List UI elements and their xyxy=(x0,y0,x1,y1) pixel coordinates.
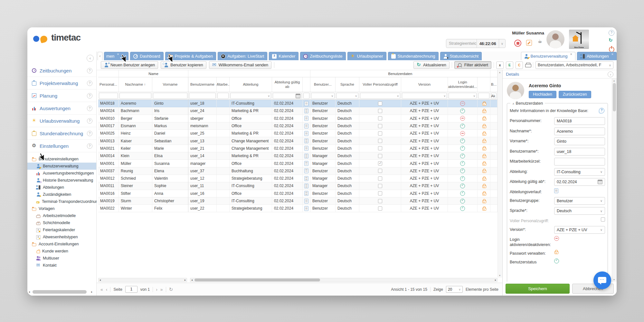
details-scrollbar[interactable]: ▴ ▾ xyxy=(612,79,617,282)
sidebar-collapse-button[interactable]: ‹ xyxy=(87,55,94,62)
help-icon[interactable]: ? xyxy=(87,118,92,124)
sidebar-item-projektverwaltung[interactable]: Projektverwaltung? xyxy=(27,77,96,90)
export-excel-icon[interactable]: x xyxy=(496,62,504,69)
close-icon[interactable]: × xyxy=(570,52,572,56)
column-header-sprache[interactable]: Sprache xyxy=(336,77,359,92)
full-access-checkbox[interactable] xyxy=(378,191,382,195)
tab-kalender[interactable]: Kalender xyxy=(269,52,298,60)
help-icon[interactable]: ? xyxy=(87,80,92,86)
tab-aufgaben-livestart[interactable]: Aufgaben: LiveStart xyxy=(218,52,267,60)
knowledge-base-help-icon[interactable]: ? xyxy=(599,108,604,113)
sidebar-subitem-abteilungen[interactable]: Abteilungen xyxy=(27,184,96,191)
full-access-checkbox[interactable] xyxy=(378,116,382,120)
sidebar-subitem-benutzereinstellungen[interactable]: Benutzereinstellungen xyxy=(27,156,96,163)
table-row-ma0010[interactable]: MA0010BergerStefaniesbergerOffice02.02.2… xyxy=(98,115,497,122)
sidebar-item-planung[interactable]: Planung? xyxy=(27,90,96,102)
text-input[interactable]: MA0018 xyxy=(554,117,605,125)
full-access-checkbox[interactable] xyxy=(378,199,382,203)
sidebar-item-stundenabrechnung[interactable]: Stundenabrechnung? xyxy=(27,127,96,140)
table-row-ma0025[interactable]: MA0025HeinzDanieluser_25Marketing & PR02… xyxy=(98,130,497,137)
print-icon[interactable] xyxy=(525,63,531,68)
sidebar-subitem-kunde-werden[interactable]: Kunde werden xyxy=(27,248,96,255)
full-access-checkbox[interactable] xyxy=(378,184,382,188)
upload-photo-button[interactable]: Hochladen xyxy=(529,91,556,98)
table-row-ma0014[interactable]: MA0014KleinElisauser_14Marketing & PR02.… xyxy=(98,152,497,160)
text-input[interactable]: Ginto xyxy=(554,137,605,145)
column-header-mitarbeiterkuerzel[interactable]: Mitarbe... xyxy=(217,77,230,92)
edit-booking-icon[interactable] xyxy=(526,40,532,46)
full-access-checkbox[interactable] xyxy=(378,206,382,211)
filter-input[interactable]: ∨ xyxy=(311,93,335,99)
scroll-right-icon[interactable]: ▸ xyxy=(185,279,186,281)
full-access-checkbox[interactable] xyxy=(378,131,382,136)
filter-active-button[interactable]: Filter aktiviert xyxy=(454,61,491,69)
tab-status-bersicht[interactable]: Statusübersicht xyxy=(440,52,482,60)
filter-input[interactable]: ∨ xyxy=(230,93,271,99)
scroll-right-icon[interactable]: ▸ xyxy=(495,279,496,281)
filter-input[interactable] xyxy=(119,93,151,99)
table-row-ma0016[interactable]: MA0016StifterAnnauser_16Office02.02.2024… xyxy=(98,190,497,197)
scroll-down-icon[interactable]: ▾ xyxy=(499,274,500,277)
table-row-ma0011[interactable]: MA0011SteinerSophieuser_11IT-Consulting0… xyxy=(98,182,497,190)
filter-input[interactable] xyxy=(217,93,229,99)
select-input[interactable]: AZE + PZE + UV∨ xyxy=(554,226,605,234)
full-access-checkbox[interactable] xyxy=(378,101,382,106)
fieldset-legend[interactable]: ∧Benutzerdaten xyxy=(510,101,545,106)
benutzer-kopieren-button[interactable]: Benutzer kopieren xyxy=(161,61,206,69)
sidebar-subitem-arbeitszeitmodelle[interactable]: Arbeitszeitmodelle xyxy=(27,212,96,219)
table-row-ma0021[interactable]: MA0021KeilerMarieuser_21Change Managemen… xyxy=(98,145,497,152)
next-page-button[interactable]: › xyxy=(156,287,157,292)
sidebar-subitem-schichtmodelle[interactable]: Schichtmodelle xyxy=(27,219,96,226)
filter-input[interactable] xyxy=(478,93,489,99)
tab-stundenabrechnung[interactable]: Stundenabrechnung xyxy=(388,52,439,60)
sidebar-subitem-terminal-transponderzuordnung[interactable]: Terminal-Transponderzuordnung xyxy=(27,198,96,205)
sidebar-item-urlaubsverwaltung[interactable]: Urlaubsverwaltung? xyxy=(27,115,96,127)
scroll-up-icon[interactable]: ▴ xyxy=(613,79,615,82)
full-access-checkbox[interactable] xyxy=(378,109,382,113)
scroll-left-icon[interactable]: ◂ xyxy=(99,279,101,281)
table-row-ma0024[interactable]: MA0024BachmannIrisuser_24Marketing & PR0… xyxy=(98,107,497,115)
prev-page-button[interactable]: ‹ xyxy=(106,287,108,292)
willkommens-email-senden-button[interactable]: Willkommens-Email senden xyxy=(209,61,271,69)
select-input[interactable]: IT-Consulting∨ xyxy=(554,168,605,176)
filter-input[interactable] xyxy=(273,93,302,99)
scroll-left-icon[interactable]: ◂ xyxy=(191,279,193,281)
table-row-ma0019[interactable]: MA0019SturmChristopheruser_19IT-Consulti… xyxy=(98,197,497,205)
refresh-table-button[interactable]: Aktualisieren xyxy=(413,61,450,69)
column-header-personal[interactable]: Personal... xyxy=(98,77,119,92)
full-access-checkbox[interactable] xyxy=(378,169,382,173)
tab-men[interactable]: men× xyxy=(104,52,128,60)
text-input[interactable] xyxy=(554,158,605,166)
table-scrollbar[interactable]: ◂ ▸ xyxy=(190,278,497,282)
tab-urlaubsplaner[interactable]: Urlaubsplaner xyxy=(347,52,386,60)
column-header-status[interactable]: B... xyxy=(490,77,497,92)
collapse-panel-icon[interactable]: › xyxy=(608,71,613,77)
column-header-nachname[interactable]: Nachname↑ xyxy=(119,77,152,92)
export-e-icon[interactable]: E xyxy=(506,62,513,69)
help-icon[interactable]: ? xyxy=(87,93,92,99)
sidebar-subitem-historie-benutzerverwaltung[interactable]: Historie Benutzerverwaltung xyxy=(27,177,96,184)
table-row-ma0022[interactable]: MA0022WinterFelixuser_22Strategieberatun… xyxy=(98,205,497,212)
chat-support-button[interactable]: ··· xyxy=(593,271,611,289)
break-coffee-icon[interactable] xyxy=(538,39,544,46)
user-avatar[interactable] xyxy=(546,30,564,48)
refresh-icon[interactable] xyxy=(609,38,614,44)
help-icon[interactable]: ? xyxy=(87,106,92,111)
page-number-input[interactable]: 1 xyxy=(125,286,137,293)
column-header-login[interactable]: Login aktivieren/deakt... xyxy=(448,77,478,92)
sidebar-subitem-feiertagskalender[interactable]: Feiertagskalender xyxy=(27,226,96,233)
scroll-down-icon[interactable]: ▾ xyxy=(613,278,615,281)
scrollbar-thumb[interactable] xyxy=(33,290,87,294)
last-page-button[interactable]: » xyxy=(160,287,163,292)
full-access-checkbox[interactable] xyxy=(378,146,382,150)
sidebar-subitem-vorlagen[interactable]: Vorlagen xyxy=(27,205,96,212)
tab-dashboard[interactable]: Dashboard xyxy=(130,52,164,60)
column-header-gueltig-ab[interactable]: Abteilung gültig ab xyxy=(272,77,303,92)
sidebar-subitem-kontakt[interactable]: Kontakt xyxy=(27,262,96,269)
save-button[interactable]: Speichern xyxy=(506,284,570,294)
export-csv-icon[interactable]: C xyxy=(516,62,523,69)
filter-input[interactable]: ∨ xyxy=(360,93,400,99)
filter-input[interactable] xyxy=(303,93,309,99)
filter-input[interactable]: ∨ xyxy=(336,93,358,99)
filter-input[interactable]: Ak xyxy=(491,93,497,99)
